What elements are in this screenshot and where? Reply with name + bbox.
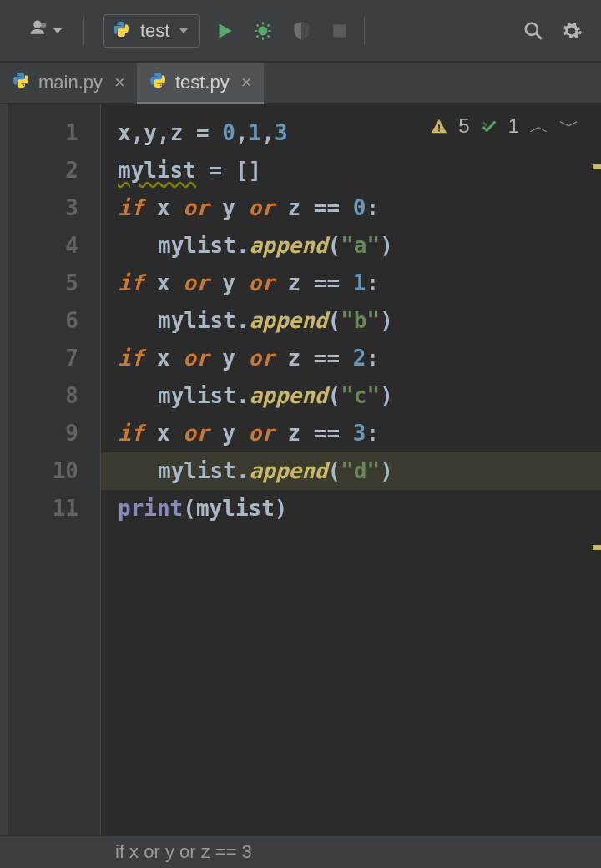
weak-warnings-count: 1 — [508, 114, 519, 138]
weak-warning-icon — [480, 117, 498, 135]
python-icon — [12, 71, 30, 94]
warning-icon — [430, 117, 448, 135]
run-config-label: test — [140, 20, 169, 42]
search-button[interactable] — [519, 17, 548, 45]
svg-line-3 — [536, 33, 542, 39]
close-icon[interactable]: × — [241, 72, 252, 93]
gutter[interactable]: 1234567891011 — [8, 104, 100, 835]
svg-point-2 — [526, 23, 538, 34]
chevron-down-icon — [53, 28, 62, 33]
python-icon — [149, 71, 167, 94]
line-number[interactable]: 5 — [8, 265, 100, 302]
coverage-button[interactable] — [287, 17, 316, 45]
run-config-selector[interactable]: test — [103, 14, 200, 48]
line-number[interactable]: 8 — [8, 377, 100, 415]
svg-rect-5 — [438, 130, 440, 132]
line-number[interactable]: 6 — [8, 302, 100, 340]
breadcrumb-bar[interactable]: if x or y or z == 3 — [0, 835, 601, 868]
editor-tabs: main.py×test.py× — [0, 63, 601, 104]
code-line[interactable]: mylist.append("b") — [101, 302, 601, 340]
line-number[interactable]: 3 — [8, 189, 100, 227]
close-icon[interactable]: × — [114, 72, 125, 93]
code-line[interactable]: if x or y or z == 1: — [101, 265, 601, 302]
line-number[interactable]: 1 — [8, 114, 100, 152]
editor: 1234567891011 5 1 ︿ ﹀ x,y,z = 0,1,3mylis… — [0, 104, 601, 835]
code-line[interactable]: mylist = [] — [101, 152, 601, 189]
vcs-user-button[interactable] — [15, 18, 73, 44]
warnings-count: 5 — [458, 114, 469, 138]
error-stripe[interactable] — [591, 104, 601, 835]
debug-button[interactable] — [249, 17, 277, 45]
code-line[interactable]: mylist.append("a") — [101, 227, 601, 265]
line-number[interactable]: 2 — [8, 152, 100, 189]
settings-button[interactable] — [558, 17, 586, 45]
code-line[interactable]: print(mylist) — [101, 490, 601, 527]
line-number[interactable]: 11 — [8, 490, 100, 527]
line-number[interactable]: 4 — [8, 227, 100, 265]
tab-main-py[interactable]: main.py× — [0, 63, 137, 103]
inspections-widget[interactable]: 5 1 ︿ ﹀ — [430, 113, 579, 139]
run-button[interactable] — [210, 17, 239, 45]
editor-left-edge — [0, 104, 8, 835]
code-area[interactable]: 5 1 ︿ ﹀ x,y,z = 0,1,3mylist = []if x or … — [100, 104, 601, 835]
line-number[interactable]: 9 — [8, 415, 100, 452]
code-line[interactable]: if x or y or z == 0: — [101, 189, 601, 227]
toolbar-separator — [364, 17, 365, 45]
code-line[interactable]: if x or y or z == 3: — [101, 415, 601, 452]
tab-label: test.py — [175, 72, 230, 93]
code-line[interactable]: mylist.append("c") — [101, 377, 601, 415]
prev-highlight-icon[interactable]: ︿ — [529, 113, 549, 139]
next-highlight-icon[interactable]: ﹀ — [559, 113, 579, 139]
python-icon — [112, 20, 130, 42]
code-line[interactable]: mylist.append("d") — [101, 452, 601, 490]
svg-rect-1 — [334, 24, 346, 37]
line-number[interactable]: 7 — [8, 340, 100, 377]
main-toolbar: test — [0, 0, 601, 63]
code-line[interactable]: if x or y or z == 2: — [101, 340, 601, 377]
line-number[interactable]: 10 — [8, 452, 100, 490]
breadcrumb-text: if x or y or z == 3 — [115, 841, 252, 863]
svg-rect-4 — [438, 124, 440, 129]
toolbar-separator — [83, 17, 84, 45]
chevron-down-icon — [179, 28, 188, 33]
user-icon — [27, 18, 50, 44]
tab-label: main.py — [38, 72, 103, 93]
stop-button[interactable] — [326, 17, 354, 45]
tab-test-py[interactable]: test.py× — [137, 63, 264, 103]
svg-point-0 — [259, 26, 268, 35]
